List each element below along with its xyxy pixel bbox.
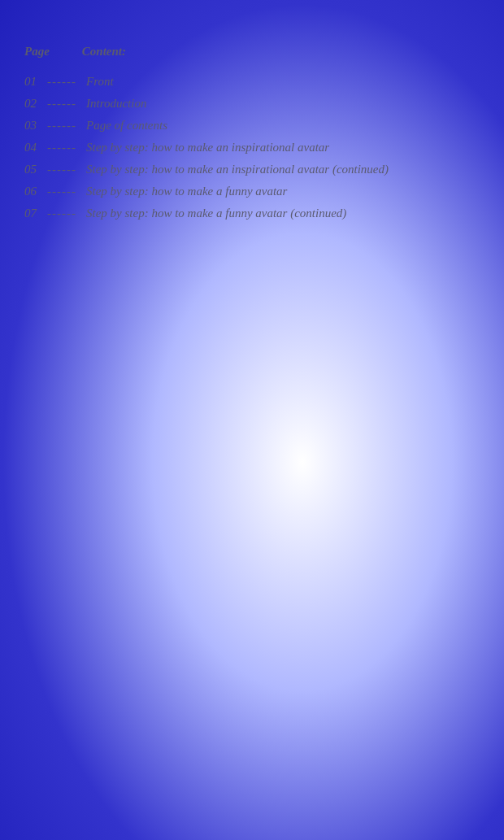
toc-entry-title: Introduction [86,95,480,112]
page-column-label: Page [24,45,50,59]
toc-row: 07------Step by step: how to make a funn… [24,205,480,222]
toc-dots: ------ [47,139,86,156]
toc-page-number: 03 [24,117,47,134]
toc-row: 03------Page of contents [24,117,480,134]
toc-page-number: 02 [24,95,47,112]
toc-row: 05------Step by step: how to make an ins… [24,161,480,178]
toc-entry-title: Front [86,73,480,90]
toc-header: Page Content: [24,45,480,59]
toc-row: 04------Step by step: how to make an ins… [24,139,480,156]
toc-row: 01------Front [24,73,480,90]
toc-dots: ------ [47,73,86,90]
toc-row: 06------Step by step: how to make a funn… [24,183,480,200]
toc-container: Page Content: 01------Front02------Intro… [24,45,480,222]
toc-page-number: 01 [24,73,47,90]
toc-dots: ------ [47,117,86,134]
toc-dots: ------ [47,95,86,112]
toc-dots: ------ [47,205,86,222]
toc-entry-title: Page of contents [86,117,480,134]
toc-entry-title: Step by step: how to make an inspiration… [86,161,480,178]
content-column-label: Content: [82,45,126,59]
toc-row: 02------Introduction [24,95,480,112]
toc-entry-title: Step by step: how to make an inspiration… [86,139,480,156]
toc-list: 01------Front02------Introduction03-----… [24,73,480,222]
toc-dots: ------ [47,183,86,200]
toc-page-number: 04 [24,139,47,156]
toc-entry-title: Step by step: how to make a funny avatar [86,183,480,200]
toc-entry-title: Step by step: how to make a funny avatar… [86,205,480,222]
toc-page-number: 05 [24,161,47,178]
toc-page-number: 07 [24,205,47,222]
toc-page-number: 06 [24,183,47,200]
toc-dots: ------ [47,161,86,178]
